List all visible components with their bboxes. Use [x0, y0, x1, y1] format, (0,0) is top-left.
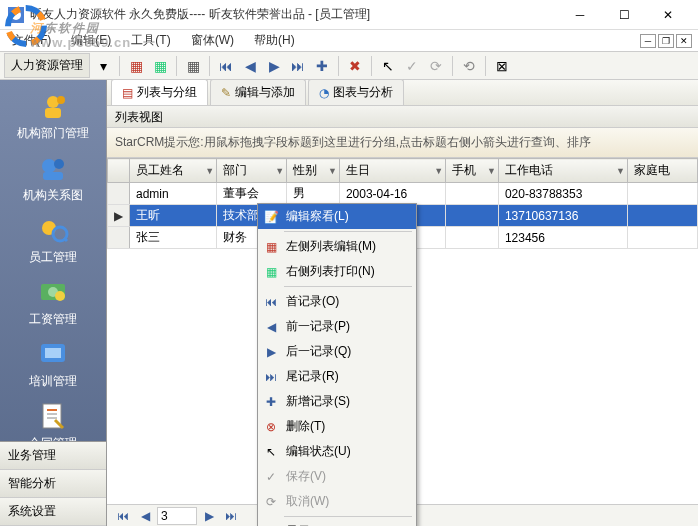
- col-dept[interactable]: 部门▼: [217, 159, 287, 183]
- print-right-icon[interactable]: ▦: [149, 55, 171, 77]
- svg-point-7: [42, 159, 56, 173]
- col-mobile[interactable]: 手机▼: [446, 159, 499, 183]
- nav-label: 工资管理: [29, 311, 77, 328]
- next-icon: ▶: [263, 345, 279, 359]
- svg-line-12: [64, 238, 67, 241]
- mdi-minimize[interactable]: ─: [640, 34, 656, 48]
- hint-bar: StarCRM提示您:用鼠标拖拽字段标题到这里进行分组,点击标题右侧小箭头进行查…: [107, 128, 698, 158]
- tab-bar: ▤列表与分组 ✎编辑与添加 ◔图表与分析: [107, 80, 698, 106]
- table-row[interactable]: admin董事会男2003-04-16020-83788353: [108, 183, 698, 205]
- sidebar-item-org-chart[interactable]: 机构关系图: [8, 148, 98, 208]
- close-window-icon[interactable]: ⊠: [491, 55, 513, 77]
- ctx-first-record[interactable]: ⏮首记录(O): [258, 289, 416, 314]
- sidebar-item-employee[interactable]: 员工管理: [8, 210, 98, 270]
- app-icon: [8, 7, 24, 23]
- mdi-restore[interactable]: ❐: [658, 34, 674, 48]
- svg-point-15: [55, 291, 65, 301]
- titlebar: 昕友人力资源软件 永久免费版---- 昕友软件荣誉出品 - [员工管理] ─ ☐…: [0, 0, 698, 30]
- first-record-icon[interactable]: ⏮: [215, 55, 237, 77]
- sidebar-item-org-dept[interactable]: 机构部门管理: [8, 86, 98, 146]
- ctx-right-list-print[interactable]: ▦右侧列表打印(N): [258, 259, 416, 284]
- chart-icon: ◔: [319, 86, 329, 100]
- cursor-edit-icon: ↖: [263, 445, 279, 459]
- edit-view-icon: 📝: [263, 210, 279, 224]
- tab-chart-analysis[interactable]: ◔图表与分析: [308, 79, 404, 105]
- col-homephone[interactable]: 家庭电: [628, 159, 698, 183]
- nav-prev-icon[interactable]: ◀: [135, 509, 155, 523]
- add-record-icon[interactable]: ✚: [311, 55, 333, 77]
- tab-edit-add[interactable]: ✎编辑与添加: [210, 79, 306, 105]
- minimize-button[interactable]: ─: [558, 1, 602, 29]
- ctx-last-record[interactable]: ⏭尾记录(R): [258, 364, 416, 389]
- grid-icon[interactable]: ▦: [182, 55, 204, 77]
- ctx-save: ✓保存(V): [258, 464, 416, 489]
- nav-label: 员工管理: [29, 249, 77, 266]
- sidebar-item-training[interactable]: 培训管理: [8, 334, 98, 394]
- ctx-delete[interactable]: ⊗删除(T): [258, 414, 416, 439]
- ctx-edit-state[interactable]: ↖编辑状态(U): [258, 439, 416, 464]
- list-icon: ▤: [122, 86, 133, 100]
- svg-point-3: [11, 10, 21, 20]
- edit-left-icon[interactable]: ▦: [125, 55, 147, 77]
- sidebar-section-settings[interactable]: 系统设置: [0, 498, 106, 526]
- delete-record-icon[interactable]: ✖: [344, 55, 366, 77]
- svg-rect-5: [45, 108, 61, 118]
- ctx-new-record[interactable]: ✚新增记录(S): [258, 389, 416, 414]
- col-phone[interactable]: 工作电话▼: [498, 159, 627, 183]
- menu-tools[interactable]: 工具(T): [127, 30, 174, 51]
- next-record-icon[interactable]: ▶: [263, 55, 285, 77]
- sidebar-section-analysis[interactable]: 智能分析: [0, 470, 106, 498]
- svg-rect-9: [43, 172, 63, 180]
- col-birthday[interactable]: 生日▼: [339, 159, 445, 183]
- cancel-icon[interactable]: ⟳: [425, 55, 447, 77]
- cursor-icon[interactable]: ↖: [377, 55, 399, 77]
- nav-label: 培训管理: [29, 373, 77, 390]
- svg-point-4: [47, 96, 59, 108]
- ctx-left-list-edit[interactable]: ▦左侧列表编辑(M): [258, 234, 416, 259]
- menu-help[interactable]: 帮助(H): [250, 30, 299, 51]
- ctx-prev-record[interactable]: ◀前一记录(P): [258, 314, 416, 339]
- col-gender[interactable]: 性别▼: [287, 159, 340, 183]
- sidebar-item-salary[interactable]: 工资管理: [8, 272, 98, 332]
- maximize-button[interactable]: ☐: [602, 1, 646, 29]
- menu-file[interactable]: 文件(F): [8, 30, 55, 51]
- svg-rect-17: [45, 348, 61, 358]
- menu-edit[interactable]: 编辑(E): [67, 30, 115, 51]
- close-button[interactable]: ✕: [646, 1, 690, 29]
- dropdown-icon[interactable]: ▾: [92, 55, 114, 77]
- record-number-input[interactable]: [157, 507, 197, 525]
- main-toolbar: 人力资源管理 ▾ ▦ ▦ ▦ ⏮ ◀ ▶ ⏭ ✚ ✖ ↖ ✓ ⟳ ⟲ ⊠: [0, 52, 698, 80]
- edit-icon: ✎: [221, 86, 231, 100]
- nav-last-icon[interactable]: ⏭: [221, 509, 241, 523]
- ctx-cancel: ⟳取消(W): [258, 489, 416, 514]
- context-menu: 📝编辑察看(L) ▦左侧列表编辑(M) ▦右侧列表打印(N) ⏮首记录(O) ◀…: [257, 203, 417, 526]
- subheader: 列表视图: [107, 106, 698, 128]
- nav-first-icon[interactable]: ⏮: [113, 509, 133, 523]
- menu-window[interactable]: 窗体(W): [187, 30, 238, 51]
- first-icon: ⏮: [263, 295, 279, 309]
- window-title: 昕友人力资源软件 永久免费版---- 昕友软件荣誉出品 - [员工管理]: [30, 6, 558, 23]
- prev-record-icon[interactable]: ◀: [239, 55, 261, 77]
- svg-point-6: [57, 96, 65, 104]
- ctx-display-submenu[interactable]: ▦显示(X)▶: [258, 519, 416, 526]
- tab-list-group[interactable]: ▤列表与分组: [111, 79, 208, 105]
- nav-label: 机构关系图: [23, 187, 83, 204]
- delete-icon: ⊗: [263, 420, 279, 434]
- ctx-edit-view[interactable]: 📝编辑察看(L): [258, 204, 416, 229]
- refresh-icon[interactable]: ⟲: [458, 55, 480, 77]
- prev-icon: ◀: [263, 320, 279, 334]
- row-selector-header: [108, 159, 130, 183]
- mdi-close[interactable]: ✕: [676, 34, 692, 48]
- save-icon[interactable]: ✓: [401, 55, 423, 77]
- ctx-next-record[interactable]: ▶后一记录(Q): [258, 339, 416, 364]
- menubar: 文件(F) 编辑(E) 工具(T) 窗体(W) 帮助(H) ─ ❐ ✕: [0, 30, 698, 52]
- nav-next-icon[interactable]: ▶: [199, 509, 219, 523]
- nav-label: 机构部门管理: [17, 125, 89, 142]
- toolbar-module-label: 人力资源管理: [4, 53, 90, 78]
- sidebar-item-contract[interactable]: 合同管理: [8, 396, 98, 441]
- col-name[interactable]: 员工姓名▼: [130, 159, 217, 183]
- last-record-icon[interactable]: ⏭: [287, 55, 309, 77]
- left-list-icon: ▦: [263, 240, 279, 254]
- sidebar-section-business[interactable]: 业务管理: [0, 442, 106, 470]
- save-check-icon: ✓: [263, 470, 279, 484]
